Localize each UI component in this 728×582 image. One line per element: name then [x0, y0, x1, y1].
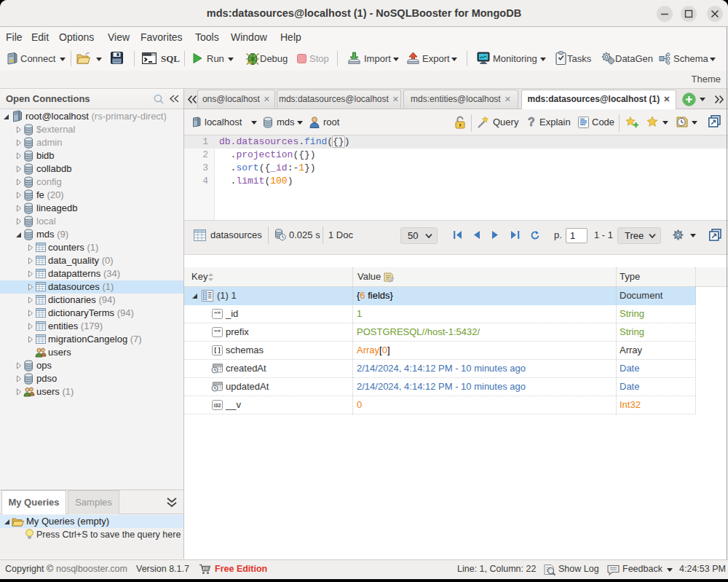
svg-text:“”: “”: [214, 310, 221, 318]
svg-text:i32: i32: [214, 403, 221, 408]
svg-text:?: ?: [528, 116, 535, 128]
svg-text:“”: “”: [214, 329, 221, 336]
